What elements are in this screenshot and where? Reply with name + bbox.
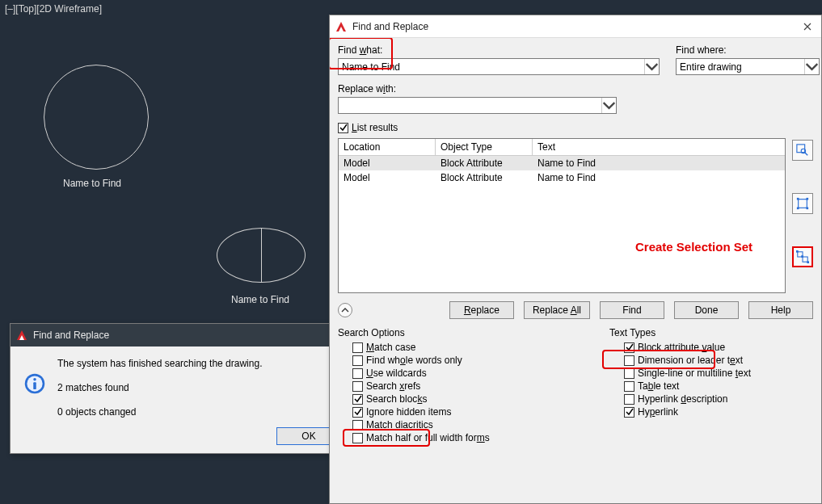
svg-rect-10 [797,207,799,209]
replace-with-field[interactable] [339,98,601,113]
msg-line-1: The system has finished searching the dr… [57,358,262,369]
svg-rect-7 [799,200,807,208]
help-button[interactable]: Help [748,301,813,319]
drawn-circle [44,65,149,170]
dimension-text-checkbox[interactable]: Dimension or leader text [624,355,813,366]
ellipse-axis [261,228,262,283]
whole-words-checkbox[interactable]: Find whole words only [352,355,585,366]
find-where-select[interactable] [676,58,820,75]
zoom-to-result-button[interactable] [792,140,813,161]
fr-title: Find and Replace [352,21,794,32]
search-xrefs-checkbox[interactable]: Search xrefs [352,380,585,392]
svg-rect-15 [801,255,803,258]
chevron-down-icon[interactable] [644,59,659,74]
svg-rect-8 [797,198,799,200]
find-what-input[interactable] [338,58,660,75]
collapse-options-toggle[interactable] [338,303,352,317]
find-replace-dialog: Find and Replace Find what: Find where: [329,15,822,504]
viewport-label[interactable]: [–][Top][2D Wireframe] [5,3,102,15]
fr-titlebar[interactable]: Find and Replace [330,15,821,38]
find-what-label: Find what: [338,44,660,56]
search-options-title: Search Options [338,327,585,338]
highlight-result-button[interactable] [792,193,813,214]
replace-with-input[interactable] [338,97,617,114]
hyperlink-description-checkbox[interactable]: Hyperlink description [624,393,813,405]
msg-line-2: 2 matches found [57,382,262,393]
app-icon [335,20,348,33]
svg-rect-11 [806,207,808,209]
text-types-title: Text Types [609,327,813,338]
find-where-field[interactable] [677,59,804,74]
search-blocks-checkbox[interactable]: Search blocks [352,393,585,405]
match-diacritics-checkbox[interactable]: Match diacritics [352,419,585,430]
replace-button[interactable]: Replace [449,301,514,319]
svg-rect-3 [33,382,36,389]
cell-text: Name to Find [533,170,785,185]
svg-rect-14 [796,250,799,253]
done-button[interactable]: Done [674,301,739,319]
results-list[interactable]: Location Object Type Text Model Block At… [338,138,786,293]
col-text[interactable]: Text [533,139,785,156]
table-text-checkbox[interactable]: Table text [624,380,813,392]
close-icon[interactable] [799,18,816,36]
replace-with-label: Replace with: [338,83,617,94]
cell-location: Model [339,156,436,170]
use-wildcards-checkbox[interactable]: Use wildcards [352,368,585,379]
app-icon [15,329,28,342]
results-row[interactable]: Model Block Attribute Name to Find [339,156,785,170]
replace-all-button[interactable]: Replace All [524,301,590,319]
dialog-titlebar[interactable]: Find and Replace [11,324,349,346]
block-attribute-text-2: Name to Find [231,294,289,305]
svg-point-2 [33,378,36,381]
svg-rect-13 [803,257,807,262]
col-objtype[interactable]: Object Type [436,139,533,156]
block-attribute-text-1: Name to Find [63,178,121,189]
create-selection-set-button[interactable] [792,246,813,267]
match-case-checkbox[interactable]: Match case [352,342,585,353]
svg-rect-9 [806,198,808,200]
chevron-down-icon[interactable] [804,59,819,74]
info-icon [23,372,46,395]
list-results-checkbox[interactable]: List results [338,122,813,133]
block-attribute-value-checkbox[interactable]: Block attribute value [624,342,813,353]
half-full-width-checkbox[interactable]: Match half or full width forms [352,432,585,443]
cell-text: Name to Find [533,156,785,170]
find-what-field[interactable] [339,59,644,74]
ignore-hidden-checkbox[interactable]: Ignore hidden items [352,406,585,418]
cell-objtype: Block Attribute [436,156,533,170]
col-location[interactable]: Location [339,139,436,156]
hyperlink-checkbox[interactable]: Hyperlink [624,406,813,418]
search-complete-dialog: Find and Replace The system has finished… [10,323,350,454]
single-multiline-text-checkbox[interactable]: Single-line or multiline text [624,368,813,379]
dialog-title: Find and Replace [33,330,322,341]
msg-line-3: 0 objects changed [57,406,262,418]
cell-objtype: Block Attribute [436,170,533,185]
results-row[interactable]: Model Block Attribute Name to Find [339,170,785,185]
chevron-down-icon[interactable] [601,98,616,113]
find-where-label: Find where: [676,44,813,56]
find-button[interactable]: Find [600,301,664,319]
results-header: Location Object Type Text [339,139,785,156]
cell-location: Model [339,170,436,185]
svg-rect-16 [807,261,809,263]
